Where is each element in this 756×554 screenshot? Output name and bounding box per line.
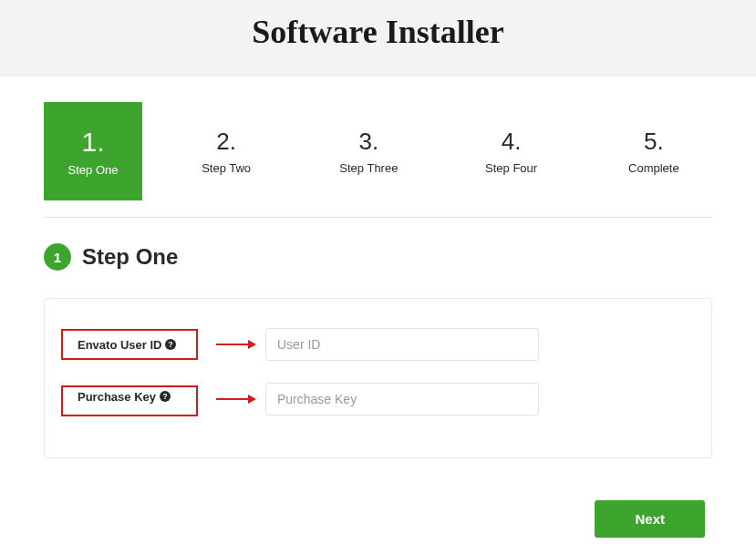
step-one[interactable]: 1. Step One: [44, 102, 142, 200]
step-number: 5.: [644, 128, 664, 156]
svg-marker-7: [248, 395, 256, 404]
envato-user-id-label: Envato User ID ?: [78, 338, 176, 352]
step-complete[interactable]: 5. Complete: [595, 102, 712, 200]
step-number: 1.: [81, 127, 104, 158]
step-number: 2.: [216, 128, 236, 156]
arrow-icon: [216, 393, 256, 405]
page-title: Software Installer: [0, 13, 756, 51]
step-label: Step Two: [202, 161, 251, 175]
purchase-key-input[interactable]: [265, 383, 539, 416]
step-four[interactable]: 4. Step Four: [453, 102, 570, 200]
step-number: 4.: [502, 128, 522, 156]
step-number: 3.: [359, 128, 379, 156]
label-text: Purchase Key: [78, 390, 156, 404]
step-label: Step Four: [485, 161, 537, 175]
footer: Next: [44, 500, 712, 538]
step-three[interactable]: 3. Step Three: [310, 102, 427, 200]
stepper: 1. Step One 2. Step Two 3. Step Three 4.…: [44, 102, 712, 218]
section-badge: 1: [44, 243, 71, 271]
arrow-icon: [216, 338, 256, 351]
svg-marker-3: [248, 340, 256, 349]
section-heading: 1 Step One: [44, 243, 712, 271]
header: Software Installer: [0, 0, 756, 77]
purchase-key-label: Purchase Key ?: [78, 390, 171, 404]
highlight-box: Purchase Key ?: [61, 385, 198, 416]
form-row-purchase: Purchase Key ?: [61, 383, 695, 416]
form-row-envato: Envato User ID ?: [61, 328, 695, 361]
svg-text:?: ?: [169, 341, 173, 349]
content: 1. Step One 2. Step Two 3. Step Three 4.…: [0, 77, 756, 538]
help-icon[interactable]: ?: [165, 339, 176, 350]
section-title: Step One: [82, 244, 178, 270]
step-label: Step Three: [339, 161, 398, 175]
step-label: Step One: [68, 163, 119, 177]
step-two[interactable]: 2. Step Two: [168, 102, 285, 200]
envato-user-id-input[interactable]: [265, 328, 539, 361]
label-text: Envato User ID: [78, 338, 161, 352]
form-card: Envato User ID ? Purchase Key ?: [44, 298, 712, 458]
next-button[interactable]: Next: [595, 500, 705, 538]
svg-text:?: ?: [162, 393, 167, 401]
highlight-box: Envato User ID ?: [61, 329, 198, 360]
help-icon[interactable]: ?: [160, 391, 171, 402]
step-label: Complete: [628, 161, 679, 175]
